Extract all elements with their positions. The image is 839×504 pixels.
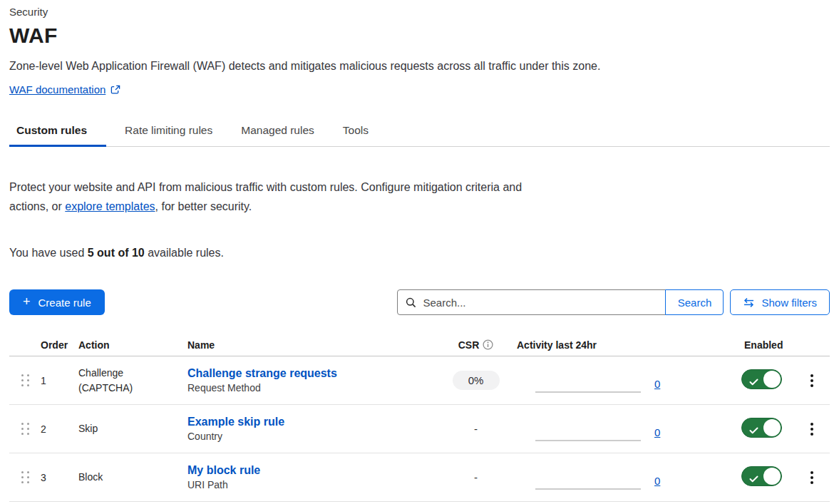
rule-name-link[interactable]: Example skip rule — [187, 416, 435, 428]
table-row: 2 Skip Example skip rule Country - 0 — [9, 405, 830, 453]
activity-cell: 0 — [517, 423, 720, 435]
rule-action-label: Block — [78, 470, 103, 485]
menu-cell — [794, 468, 830, 488]
csr-cell: - — [435, 471, 517, 483]
csr-cell: 0% — [435, 371, 517, 390]
rules-usage-text: You have used 5 out of 10 available rule… — [9, 247, 830, 259]
doc-link-row: WAF documentation — [9, 83, 830, 96]
activity-cell: 0 — [517, 471, 720, 483]
text-segment: You have used — [9, 247, 88, 259]
enabled-cell — [720, 369, 794, 392]
column-header-csr: CSR — [435, 339, 517, 351]
rule-action: Skip — [78, 421, 187, 436]
custom-rules-description: Protect your website and API from malici… — [9, 178, 531, 216]
check-icon — [749, 424, 758, 437]
search-box — [397, 289, 666, 315]
column-header-activity: Activity last 24hr — [517, 339, 720, 351]
tab-managed-rules[interactable]: Managed rules — [231, 118, 324, 146]
drag-cell — [9, 371, 41, 389]
kebab-menu-icon[interactable] — [805, 468, 819, 488]
drag-cell — [9, 420, 41, 438]
rule-name-cell: Challenge strange requests Request Metho… — [187, 367, 435, 394]
kebab-menu-icon[interactable] — [805, 419, 819, 439]
tab-tools[interactable]: Tools — [333, 118, 379, 146]
kebab-menu-icon[interactable] — [805, 371, 819, 391]
waf-documentation-link[interactable]: WAF documentation — [9, 83, 120, 96]
rule-order: 3 — [41, 472, 78, 483]
search-input[interactable] — [423, 297, 657, 309]
rule-action: Block — [78, 470, 187, 485]
activity-count-link[interactable]: 0 — [654, 475, 660, 487]
column-header-enabled: Enabled — [720, 339, 794, 351]
rule-order: 1 — [41, 375, 78, 386]
rule-action-label: Skip — [78, 421, 98, 436]
search-area: Search Show filters — [397, 289, 830, 315]
waf-tabs: Custom rules Rate limiting rules Managed… — [9, 118, 830, 147]
csr-value: - — [474, 423, 478, 435]
activity-cell: 0 — [517, 374, 720, 386]
csr-badge: 0% — [453, 371, 500, 390]
rule-action-label: Challenge (CAPTCHA) — [78, 366, 163, 396]
drag-handle-icon[interactable] — [19, 371, 32, 389]
check-icon — [749, 473, 758, 485]
menu-cell — [794, 371, 830, 391]
menu-cell — [794, 419, 830, 439]
waf-page: Security WAF Zone-level Web Application … — [0, 0, 839, 502]
activity-count-link[interactable]: 0 — [654, 378, 660, 390]
waf-documentation-label: WAF documentation — [9, 83, 105, 96]
tab-rate-limiting-rules[interactable]: Rate limiting rules — [115, 118, 222, 146]
rule-name-link[interactable]: Challenge strange requests — [187, 367, 435, 380]
table-row: 3 Block My block rule URI Path - 0 — [9, 453, 830, 502]
rule-name-cell: My block rule URI Path — [187, 464, 435, 490]
enabled-toggle[interactable] — [741, 369, 782, 389]
create-rule-button[interactable]: + Create rule — [9, 289, 105, 315]
activity-count-link[interactable]: 0 — [654, 426, 660, 438]
create-rule-label: Create rule — [38, 297, 91, 309]
drag-cell — [9, 468, 41, 486]
enabled-cell — [720, 418, 794, 441]
rule-order: 2 — [41, 423, 78, 435]
csr-header-label: CSR — [458, 339, 480, 351]
drag-handle-icon[interactable] — [19, 420, 32, 438]
csr-value: - — [474, 471, 478, 483]
toggle-knob — [763, 468, 781, 485]
text-segment: available rules. — [145, 247, 224, 259]
rule-name-link[interactable]: My block rule — [187, 464, 435, 477]
csr-cell: - — [435, 423, 517, 435]
enabled-toggle[interactable] — [741, 418, 782, 438]
rule-field-label: Request Method — [187, 382, 435, 394]
rules-toolbar: + Create rule Search — [9, 289, 830, 315]
swap-arrows-icon — [743, 297, 755, 308]
show-filters-label: Show filters — [761, 297, 817, 309]
toggle-knob — [763, 419, 781, 436]
table-row: 1 Challenge (CAPTCHA) Challenge strange … — [9, 356, 830, 405]
rule-action: Challenge (CAPTCHA) — [78, 366, 187, 396]
check-icon — [749, 376, 758, 389]
column-header-action: Action — [78, 339, 187, 351]
activity-sparkline — [535, 488, 641, 490]
column-header-order: Order — [41, 339, 78, 351]
info-icon[interactable] — [483, 339, 493, 350]
search-button[interactable]: Search — [665, 289, 724, 315]
activity-sparkline — [535, 440, 641, 441]
enabled-toggle[interactable] — [741, 466, 782, 486]
table-header-row: Order Action Name CSR Activity last 24hr… — [9, 334, 830, 356]
plus-icon: + — [23, 295, 31, 308]
rule-field-label: URI Path — [187, 479, 435, 490]
column-header-name: Name — [187, 339, 435, 351]
rules-usage-count: 5 out of 10 — [88, 247, 145, 259]
rule-field-label: Country — [187, 431, 435, 442]
page-title: WAF — [9, 24, 830, 48]
external-link-icon — [110, 85, 120, 95]
activity-sparkline — [535, 391, 641, 393]
drag-handle-icon[interactable] — [19, 468, 32, 486]
explore-templates-link[interactable]: explore templates — [65, 200, 155, 212]
custom-rules-table: Order Action Name CSR Activity last 24hr… — [9, 334, 830, 502]
enabled-cell — [720, 466, 794, 489]
show-filters-button[interactable]: Show filters — [730, 289, 830, 315]
toggle-knob — [763, 371, 781, 388]
tab-custom-rules[interactable]: Custom rules — [9, 118, 106, 146]
breadcrumb: Security — [9, 6, 830, 18]
rule-name-cell: Example skip rule Country — [187, 416, 435, 442]
search-icon — [406, 297, 416, 308]
